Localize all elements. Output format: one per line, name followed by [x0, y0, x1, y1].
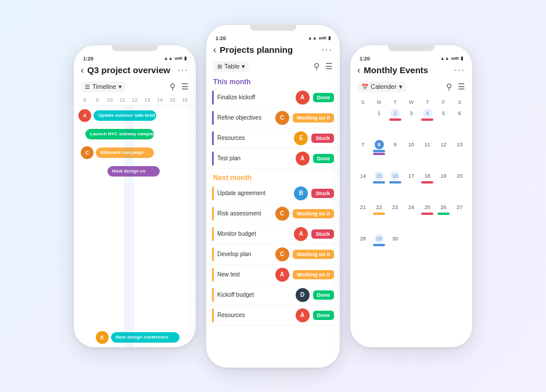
cal-event	[437, 213, 450, 215]
cal-week: 1 2 3 4 5 6	[355, 107, 468, 138]
back-button[interactable]: ‹	[357, 65, 360, 75]
search-icon[interactable]: ⚲	[446, 82, 452, 91]
phone-timeline: 1:20 ▲▲ wifi ▮ ‹ Q3 project overview ···…	[74, 45, 196, 347]
task-name: Test plan	[217, 155, 292, 161]
back-button[interactable]: ‹	[81, 65, 84, 75]
avatar: C	[275, 247, 289, 261]
today-cell: 8	[375, 140, 384, 149]
cal-event	[373, 153, 385, 155]
cal-cell: 30	[387, 233, 403, 263]
status-time: 1:20	[360, 56, 370, 62]
cal-num: 4	[423, 109, 432, 118]
cal-num: 21	[358, 203, 368, 212]
cal-num: 27	[455, 203, 464, 212]
this-month-list: Finalize kickoff A Done Refine objective…	[206, 88, 340, 169]
task-row: Kickoff budget D Done	[206, 285, 340, 305]
cal-cell	[419, 233, 436, 263]
phone-header: ‹ Projects planning ···	[206, 42, 340, 59]
task-row: Refine objectives C Working on it	[206, 108, 340, 128]
cal-cell: 6	[451, 107, 468, 138]
cal-num: 30	[390, 234, 400, 243]
search-icon[interactable]: ⚲	[170, 82, 175, 91]
cal-num	[358, 109, 368, 118]
cal-week: 7 8 9 10 11 12 13	[355, 139, 468, 169]
cal-num: 24	[407, 203, 416, 212]
search-icon[interactable]: ⚲	[314, 62, 319, 71]
phone-title: Q3 project overview	[87, 65, 174, 75]
day-header-s: S	[355, 99, 371, 105]
task-row: Develop plan C Working on it	[206, 244, 340, 265]
cal-num	[439, 234, 448, 243]
cal-num: 26	[439, 203, 448, 212]
cal-cell: 1	[371, 107, 387, 138]
cal-cell: 28	[355, 233, 371, 263]
signal-icon: ▲▲	[440, 56, 450, 61]
cal-cell: 27	[451, 202, 468, 232]
filter-icon[interactable]: ☰	[181, 82, 189, 91]
avatar: A	[78, 109, 91, 122]
date-cell: 16	[179, 97, 192, 103]
task-bar: Billboard campaign	[96, 148, 154, 158]
task-name: Kickoff budget	[217, 292, 292, 298]
notch	[250, 25, 296, 31]
accent	[212, 186, 214, 200]
view-switcher[interactable]: ☰ Timeline ▾	[81, 81, 126, 92]
cal-cell	[451, 233, 468, 263]
task-name: Update agreement	[217, 190, 290, 196]
accent	[212, 91, 214, 105]
timeline-row: Host design co	[107, 166, 191, 177]
status-badge: Working on it	[293, 113, 334, 123]
avatar: A	[296, 152, 310, 166]
cal-cell: 11	[419, 139, 436, 169]
view-switcher[interactable]: 📅 Calender ▾	[357, 81, 407, 92]
day-header-w: W	[403, 99, 419, 105]
calendar-content: S M T W T F S 1 2 3	[350, 95, 472, 347]
cal-num: 18	[423, 171, 432, 181]
more-menu[interactable]: ···	[178, 65, 189, 75]
cal-cell: 16	[387, 170, 403, 200]
accent	[212, 308, 214, 322]
task-name: Monitor budget	[217, 231, 290, 237]
cal-cell: 23	[387, 202, 403, 232]
more-menu[interactable]: ···	[322, 45, 333, 55]
cal-cell: 21	[355, 202, 371, 232]
view-label: Calender	[371, 83, 397, 90]
task-name: Resources	[217, 312, 292, 318]
status-badge: Done	[313, 93, 335, 102]
view-switcher[interactable]: ⊞ Table ▾	[213, 61, 249, 72]
cal-cell: 13	[451, 139, 468, 169]
calendar-icon: 📅	[361, 84, 368, 90]
next-month-label: Next month	[206, 169, 340, 184]
status-icons: ▲▲ wifi ▮	[440, 56, 463, 61]
cal-cell: 22	[371, 202, 387, 232]
timeline-row: E Host design conference	[96, 331, 191, 344]
cal-event	[373, 244, 385, 246]
cal-num: 15	[375, 171, 384, 181]
cal-cell	[355, 107, 371, 138]
cal-cell: 12	[436, 139, 452, 169]
cal-cell: 24	[403, 202, 419, 232]
timeline-row: A Update summer sale brief	[78, 109, 191, 122]
timeline-row: Launch NYC subway campaign	[85, 129, 191, 139]
status-bar: 1:20 ▲▲ wifi ▮	[74, 52, 196, 63]
filter-icon[interactable]: ☰	[325, 62, 333, 71]
date-cell: 14	[153, 97, 166, 103]
cal-num: 23	[390, 203, 400, 212]
task-row: Resources E Stuck	[206, 128, 340, 149]
status-bar: 1:20 ▲▲ wifi ▮	[350, 52, 472, 63]
notch	[388, 45, 434, 51]
more-menu[interactable]: ···	[454, 65, 465, 75]
cal-cell: 15	[371, 170, 387, 200]
date-cell: 13	[141, 97, 154, 103]
avatar: C	[275, 207, 289, 221]
day-header-f: F	[436, 99, 452, 105]
avatar: C	[275, 111, 289, 125]
avatar: A	[296, 91, 310, 105]
cal-week: 28 29 30	[355, 233, 468, 263]
accent	[212, 247, 214, 261]
dropdown-icon: ▾	[242, 63, 245, 70]
filter-icon[interactable]: ☰	[458, 82, 465, 91]
cal-cell: 3	[403, 107, 419, 138]
back-button[interactable]: ‹	[213, 45, 216, 55]
cal-cell	[403, 233, 419, 263]
